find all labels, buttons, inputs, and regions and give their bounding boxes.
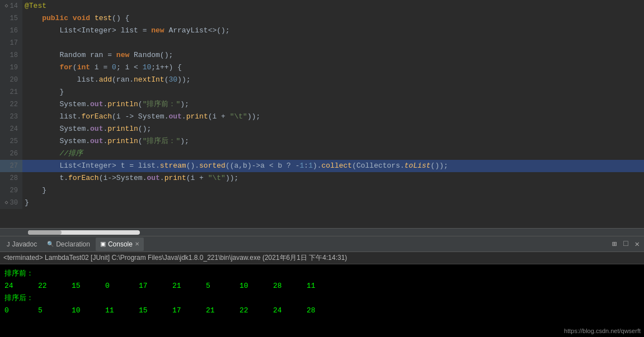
console-row-after: 0 5 10 11 15 17 21 22 24 28 (4, 305, 640, 317)
line-number-30: ◇30 (0, 197, 22, 209)
console-num-b1: 22 (38, 280, 72, 292)
line-number-22: 22 (0, 98, 22, 111)
code-line-26: 26 //排序 (0, 148, 644, 160)
code-content-26: //排序 (22, 148, 83, 160)
line-number-27: 27 (0, 160, 22, 172)
declaration-icon: 🔍 (47, 241, 54, 247)
line-number-19: 19 (0, 61, 22, 74)
console-row-label-after: 排序后： (4, 292, 640, 305)
line-number-25: 25 (0, 135, 22, 148)
scrollbar-thumb[interactable] (28, 230, 62, 235)
console-num-a9: 28 (307, 305, 340, 317)
console-num-b8: 28 (273, 280, 307, 292)
javadoc-icon: J (7, 241, 10, 248)
code-content-16: List<Integer> list = new ArrayList<>(); (22, 25, 230, 37)
blog-link-text: https://blog.csdn.net/qwserft (564, 327, 641, 334)
line-number-14: ◇14 (0, 0, 22, 12)
tab-action-link[interactable]: ⊞ (610, 238, 619, 250)
line-number-15: 15 (0, 12, 22, 25)
console-num-b7: 10 (239, 280, 273, 292)
code-content-22: System.out.println("排序前："); (22, 98, 189, 111)
code-content-25: System.out.println("排序后："); (22, 135, 189, 148)
line-number-20: 20 (0, 74, 22, 86)
console-output: 排序前： 24 22 15 0 17 21 5 10 28 11 排序后： 0 … (0, 264, 644, 337)
code-line-14: ◇14 @Test (0, 0, 644, 12)
console-label-before: 排序前： (4, 268, 34, 280)
code-line-15: 15 public void test() { (0, 12, 644, 25)
code-line-21: 21 } (0, 86, 644, 98)
tab-javadoc-label: Javadoc (12, 240, 37, 248)
code-line-28: 28 t.forEach(i->System.out.print(i + "\t… (0, 172, 644, 184)
code-line-20: 20 list.add(ran.nextInt(30)); (0, 74, 644, 86)
bottom-panel: J Javadoc 🔍 Declaration ▣ Console ✕ ⊞ □ … (0, 236, 644, 337)
line-number-17: 17 (0, 37, 22, 49)
line-number-26: 26 (0, 148, 22, 160)
console-num-b6: 5 (206, 280, 239, 292)
code-content-24: System.out.println(); (22, 123, 151, 135)
code-content-29: } (22, 184, 46, 197)
tab-javadoc[interactable]: J Javadoc (2, 238, 41, 251)
code-line-24: 24 System.out.println(); (0, 123, 644, 135)
terminated-text: <terminated> LambdaTest02 [JUnit] C:\Pro… (3, 254, 347, 262)
scrollbar-track[interactable] (28, 230, 140, 235)
horizontal-scrollbar[interactable] (0, 228, 644, 236)
line-number-16: 16 (0, 25, 22, 37)
code-line-25: 25 System.out.println("排序后："); (0, 135, 644, 148)
console-row-before: 24 22 15 0 17 21 5 10 28 11 (4, 280, 640, 292)
line-number-29: 29 (0, 184, 22, 197)
code-content-27: List<Integer> t = list.stream().sorted((… (22, 160, 448, 172)
line-number-21: 21 (0, 86, 22, 98)
tab-console-label: Console (108, 240, 133, 248)
console-num-b5: 21 (172, 280, 206, 292)
console-label-after: 排序后： (4, 292, 34, 305)
code-editor: ◇14 @Test 15 public void test() { 16 Lis… (0, 0, 644, 228)
code-content-19: for(int i = 0; i < 10;i++) { (22, 61, 182, 74)
code-content-15: public void test() { (22, 12, 129, 25)
tab-console-close[interactable]: ✕ (135, 241, 139, 247)
console-num-a3: 11 (105, 305, 139, 317)
console-num-b3: 0 (105, 280, 139, 292)
code-content-28: t.forEach(i->System.out.print(i + "\t"))… (22, 172, 238, 184)
line-number-23: 23 (0, 111, 22, 123)
code-content-23: list.forEach(i -> System.out.print(i + "… (22, 111, 260, 123)
tab-console[interactable]: ▣ Console ✕ (96, 238, 144, 251)
blog-link[interactable]: https://blog.csdn.net/qwserft (564, 327, 641, 335)
console-num-a4: 15 (139, 305, 172, 317)
code-line-22: 22 System.out.println("排序前："); (0, 98, 644, 111)
console-icon: ▣ (100, 240, 106, 248)
code-lines: ◇14 @Test 15 public void test() { 16 Lis… (0, 0, 644, 228)
line-number-18: 18 (0, 49, 22, 61)
terminated-bar: <terminated> LambdaTest02 [JUnit] C:\Pro… (0, 252, 644, 264)
tab-action-close[interactable]: ✕ (633, 238, 642, 250)
code-content-21: } (22, 86, 64, 98)
code-content-14: @Test (22, 0, 46, 12)
tab-declaration-label: Declaration (56, 240, 90, 248)
console-num-b9: 11 (307, 280, 340, 292)
console-num-a2: 10 (72, 305, 105, 317)
console-row-label-before: 排序前： (4, 268, 640, 280)
tab-action-maximize[interactable]: □ (621, 238, 630, 250)
code-line-17: 17 (0, 37, 644, 49)
tab-bar: J Javadoc 🔍 Declaration ▣ Console ✕ ⊞ □ … (0, 236, 644, 252)
console-num-a5: 17 (172, 305, 206, 317)
code-line-29: 29 } (0, 184, 644, 197)
code-line-18: 18 Random ran = new Random(); (0, 49, 644, 61)
code-line-16: 16 List<Integer> list = new ArrayList<>(… (0, 25, 644, 37)
tab-declaration[interactable]: 🔍 Declaration (43, 238, 95, 251)
line-number-28: 28 (0, 172, 22, 184)
code-line-27: 27 List<Integer> t = list.stream().sorte… (0, 160, 644, 172)
console-num-a7: 22 (239, 305, 273, 317)
line-number-24: 24 (0, 123, 22, 135)
console-num-b0: 24 (4, 280, 38, 292)
console-num-a1: 5 (38, 305, 72, 317)
code-line-19: 19 for(int i = 0; i < 10;i++) { (0, 61, 644, 74)
tab-bar-actions: ⊞ □ ✕ (610, 238, 642, 250)
code-content-18: Random ran = new Random(); (22, 49, 173, 61)
console-num-a0: 0 (4, 305, 38, 317)
code-content-20: list.add(ran.nextInt(30)); (22, 74, 190, 86)
code-line-30: ◇30 } (0, 197, 644, 209)
console-num-b2: 15 (72, 280, 105, 292)
code-content-30: } (22, 197, 29, 209)
code-line-23: 23 list.forEach(i -> System.out.print(i … (0, 111, 644, 123)
console-num-b4: 17 (139, 280, 172, 292)
